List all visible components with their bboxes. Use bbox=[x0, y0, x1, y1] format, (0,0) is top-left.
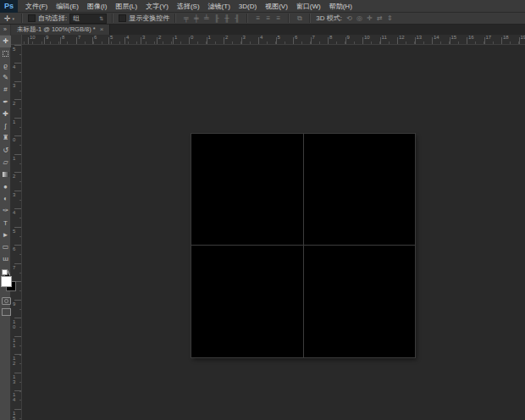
brush-tool[interactable]: ʃ bbox=[0, 120, 11, 132]
3d-roll-icon[interactable]: ◎ bbox=[355, 14, 364, 24]
menu-file[interactable]: 文件(F) bbox=[21, 0, 52, 13]
h-ruler-number: 5 bbox=[110, 35, 113, 41]
shape-tool[interactable]: ▭ bbox=[0, 241, 11, 253]
v-ruler-tick bbox=[14, 208, 21, 209]
eraser-tool[interactable]: ▱ bbox=[0, 157, 11, 169]
v-ruler-tick bbox=[14, 227, 21, 228]
pen-tool[interactable]: ✑ bbox=[0, 205, 11, 217]
3d-slide-icon[interactable]: ⇄ bbox=[375, 14, 384, 24]
distribute-top-edges-icon[interactable]: ≡ bbox=[253, 14, 262, 24]
h-ruler-tick bbox=[450, 37, 450, 44]
vertical-ruler[interactable]: 5432101234567891 01 11 21 31 41 5 bbox=[11, 45, 22, 420]
history-brush-tool[interactable]: ↺ bbox=[0, 145, 11, 157]
tab-close-icon[interactable]: × bbox=[100, 26, 104, 33]
menu-help[interactable]: 帮助(H) bbox=[325, 0, 356, 13]
v-ruler-number: 1 2 bbox=[13, 356, 15, 366]
h-ruler-number: 7 bbox=[312, 35, 315, 41]
h-ruler-number: 15 bbox=[451, 35, 457, 41]
menu-filter[interactable]: 滤镜(T) bbox=[204, 0, 235, 13]
gradient-tool[interactable] bbox=[0, 169, 11, 180]
path-selection-tool[interactable]: ► bbox=[0, 229, 11, 241]
v-ruler-tick bbox=[14, 191, 21, 191]
quick-selection-tool[interactable]: ✎ bbox=[0, 72, 11, 84]
hand-tool[interactable]: ɯ bbox=[0, 253, 11, 265]
menu-window[interactable]: 窗口(W) bbox=[292, 0, 325, 13]
menu-select[interactable]: 选择(S) bbox=[173, 0, 204, 13]
spot-healing-brush-tool[interactable]: ✚ bbox=[0, 108, 11, 120]
auto-select-checkbox[interactable] bbox=[28, 14, 36, 22]
h-ruler-tick bbox=[157, 37, 158, 44]
panel-collapse-button[interactable]: » bbox=[0, 25, 10, 35]
h-ruler-number: 19 bbox=[521, 35, 525, 41]
show-transform-label: 显示变换控件 bbox=[129, 14, 169, 23]
blur-tool[interactable]: ● bbox=[0, 181, 11, 193]
v-ruler-tick bbox=[14, 318, 21, 318]
menu-layer[interactable]: 图层(L) bbox=[111, 0, 141, 13]
h-ruler-number: 2 bbox=[225, 35, 228, 41]
shape-tool-glyph: ▭ bbox=[3, 244, 9, 251]
type-tool[interactable]: T bbox=[0, 218, 11, 229]
ruler-origin-corner[interactable] bbox=[11, 35, 22, 45]
h-ruler-tick bbox=[311, 37, 312, 44]
separator bbox=[21, 14, 23, 23]
h-ruler-number: 4 bbox=[260, 35, 262, 41]
screen-mode-button[interactable] bbox=[2, 308, 11, 316]
menu-type[interactable]: 文字(Y) bbox=[141, 0, 173, 13]
3d-drag-icon[interactable]: ✛ bbox=[365, 14, 374, 24]
align-vertical-centers-icon[interactable]: ╪ bbox=[191, 14, 201, 24]
crop-tool[interactable]: # bbox=[0, 84, 11, 96]
horizontal-ruler[interactable]: 1098765432101234567891011121314151617181… bbox=[22, 35, 525, 45]
align-bottom-edges-icon[interactable]: ╧ bbox=[202, 14, 211, 24]
h-ruler-tick bbox=[362, 37, 363, 44]
hand-tool-glyph: ɯ bbox=[3, 256, 8, 262]
lasso-tool[interactable]: ϱ bbox=[0, 60, 11, 72]
menu-view[interactable]: 视图(V) bbox=[261, 0, 292, 13]
h-ruler-number: 3 bbox=[243, 35, 246, 41]
color-swatches bbox=[1, 276, 15, 291]
rectangular-marquee-tool[interactable] bbox=[0, 47, 11, 59]
3d-scale-icon[interactable]: ⇕ bbox=[385, 14, 395, 24]
foreground-color-swatch[interactable] bbox=[1, 276, 12, 287]
clone-stamp-tool[interactable]: ♜ bbox=[0, 132, 11, 144]
h-ruler-tick bbox=[380, 37, 381, 44]
h-ruler-number: 14 bbox=[434, 35, 439, 41]
3d-mode-label: 3D 模式: bbox=[316, 14, 342, 23]
h-ruler-tick bbox=[108, 37, 109, 44]
rectangular-marquee-tool-glyph bbox=[3, 51, 8, 57]
move-tool-glyph: ✛ bbox=[3, 38, 8, 45]
v-ruler-tick bbox=[14, 354, 21, 355]
align-left-edges-icon[interactable]: ╟ bbox=[212, 14, 221, 24]
pen-tool-glyph: ✑ bbox=[3, 207, 8, 214]
eyedropper-tool-glyph: ✒ bbox=[3, 99, 8, 106]
3d-rotate-icon[interactable]: ⟲ bbox=[345, 14, 354, 24]
h-ruler-tick bbox=[293, 37, 294, 44]
menu-3d[interactable]: 3D(D) bbox=[235, 0, 261, 13]
v-ruler-tick bbox=[14, 99, 21, 100]
menu-image[interactable]: 图像(I) bbox=[83, 0, 112, 13]
document-canvas[interactable] bbox=[191, 134, 415, 357]
v-ruler-tick bbox=[14, 245, 21, 246]
distribute-vertical-centers-icon[interactable]: ≡ bbox=[263, 14, 273, 24]
quick-mask-button[interactable] bbox=[2, 297, 11, 305]
align-right-edges-icon[interactable]: ╢ bbox=[232, 14, 241, 24]
distribute-bottom-edges-icon[interactable]: ≡ bbox=[274, 14, 283, 24]
auto-select-dropdown[interactable]: 组 ⇅ bbox=[69, 14, 107, 24]
align-horizontal-centers-icon[interactable]: ╫ bbox=[222, 14, 231, 24]
h-ruler-tick bbox=[519, 37, 520, 44]
dodge-tool[interactable]: ◐ bbox=[0, 193, 11, 205]
move-tool[interactable]: ✛ bbox=[0, 36, 11, 47]
tool-preset-picker[interactable]: ✛ ▾ bbox=[3, 14, 16, 23]
h-ruler-tick bbox=[173, 37, 174, 44]
eyedropper-tool[interactable]: ✒ bbox=[0, 97, 11, 108]
tools-panel: » ✛ϱ✎#✒✚ʃ♜↺▱●◐✑T►▭ɯ bbox=[0, 25, 11, 420]
show-transform-checkbox[interactable] bbox=[119, 14, 126, 22]
h-ruler-tick bbox=[189, 37, 190, 44]
menu-edit[interactable]: 编辑(E) bbox=[52, 0, 83, 13]
document-tab[interactable]: 未标题-1 @ 100%(RGB/8) * × bbox=[11, 25, 110, 35]
h-ruler-number: 0 bbox=[191, 35, 193, 41]
h-ruler-number: 11 bbox=[382, 35, 387, 41]
h-ruler-number: 10 bbox=[30, 35, 36, 41]
v-ruler-tick bbox=[14, 118, 21, 119]
align-top-edges-icon[interactable]: ╤ bbox=[181, 14, 191, 24]
auto-align-layers-icon[interactable]: ⧉ bbox=[295, 14, 304, 24]
